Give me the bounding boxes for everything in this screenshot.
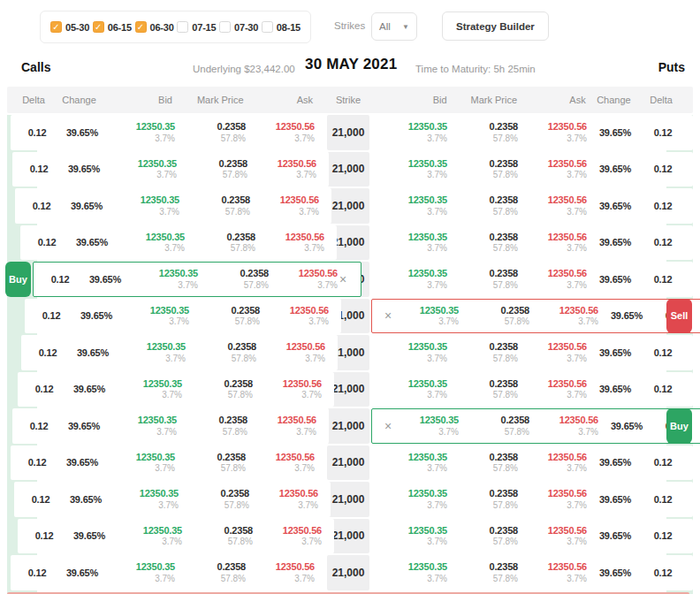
call-ask-cell[interactable]: 12350.56 3.7% — [247, 158, 316, 180]
calls-row-card[interactable]: 0.12 39.65% 12350.35 3.7% 0.2358 57.8% 1… — [11, 446, 327, 481]
call-bid-cell[interactable]: 12350.35 3.7% — [110, 121, 175, 143]
call-bid-cell[interactable]: 12350.35 3.7% — [120, 341, 186, 363]
put-bid-cell[interactable]: 12350.35 3.7% — [393, 415, 459, 437]
checkbox-checked-icon[interactable]: ✓ — [93, 21, 104, 33]
strategy-builder-button[interactable]: Strategy Builder — [442, 11, 549, 41]
put-bid-cell[interactable]: 12350.35 3.7% — [382, 158, 447, 180]
checkbox-unchecked-icon[interactable] — [219, 21, 231, 33]
call-bid-cell[interactable]: 12350.35 3.7% — [113, 488, 179, 510]
calls-row-card[interactable]: 0.12 39.65% 12350.35 3.7% 0.2358 57.8% 1… — [18, 372, 334, 407]
put-bid-cell[interactable]: 12350.35 3.7% — [382, 121, 447, 143]
expiry-checkbox-08-15[interactable]: 08-15 — [262, 21, 301, 33]
call-ask-cell[interactable]: 12350.56 3.7% — [256, 341, 325, 363]
calls-row-card[interactable]: 0.12 39.65% 12350.35 3.7% 0.2358 57.8% 1… — [11, 115, 327, 150]
put-bid-cell[interactable]: 12350.35 3.7% — [382, 561, 447, 583]
put-ask-cell[interactable]: 12350.56 3.7% — [518, 525, 587, 547]
calls-row-card[interactable]: 0.12 39.65% 12350.35 3.7% 0.2358 57.8% 1… — [14, 482, 331, 517]
call-bid-cell[interactable]: 12350.35 3.7% — [114, 194, 179, 217]
call-ask-cell[interactable]: 12350.56 3.7% — [253, 378, 322, 400]
put-bid-cell[interactable]: 12350.35 3.7% — [382, 378, 447, 400]
call-bid-cell[interactable]: 12350.35 3.7% — [110, 452, 175, 474]
call-ask-cell[interactable]: 12350.56 3.7% — [250, 194, 319, 217]
puts-row-card[interactable]: × 12350.35 3.7% 0.2358 57.8% 12350.56 3.… — [371, 262, 693, 297]
call-bid-cell[interactable]: 12350.35 3.7% — [117, 525, 182, 547]
header-puts-ask: Ask — [517, 95, 586, 105]
call-ask-cell[interactable]: 12350.56 3.7% — [253, 525, 322, 547]
put-ask-cell[interactable]: 12350.56 3.7% — [518, 452, 587, 474]
call-ask-cell[interactable]: 12350.56 3.7% — [246, 452, 315, 474]
close-icon[interactable]: × — [338, 273, 348, 286]
put-ask-cell[interactable]: 12350.56 3.7% — [518, 158, 587, 180]
calls-row-card[interactable]: 0.12 39.65% 12350.35 3.7% 0.2358 57.8% 1… — [11, 555, 327, 590]
put-ask-cell[interactable]: 12350.56 3.7% — [518, 232, 587, 254]
puts-row-card[interactable]: × 12350.35 3.7% 0.2358 57.8% 12350.56 3.… — [371, 446, 693, 481]
call-bid-cell[interactable]: 12350.35 3.7% — [111, 415, 177, 437]
puts-row-card[interactable]: × 12350.35 3.7% 0.2358 57.8% 12350.56 3.… — [371, 188, 693, 224]
checkbox-checked-icon[interactable]: ✓ — [50, 21, 62, 33]
calls-row-card[interactable]: 0.12 39.65% 12350.35 3.7% 0.2358 57.8% 1… — [12, 408, 329, 444]
put-ask-cell[interactable]: 12350.56 3.7% — [518, 378, 587, 400]
puts-row-card[interactable]: × 12350.35 3.7% 0.2358 57.8% 12350.56 3.… — [371, 115, 693, 150]
call-bid: 12350.35 — [147, 341, 186, 353]
call-ask-cell[interactable]: 12350.56 3.7% — [269, 268, 338, 290]
put-ask-cell[interactable]: 12350.56 3.7% — [529, 305, 598, 327]
calls-row-card[interactable]: 0.12 39.65% 12350.35 3.7% 0.2358 57.8% 1… — [33, 262, 361, 297]
checkbox-checked-icon[interactable]: ✓ — [135, 21, 147, 33]
call-bid-cell[interactable]: 12350.35 3.7% — [111, 158, 177, 180]
strikes-dropdown[interactable]: All ▼ — [371, 12, 417, 41]
expiry-checkbox-07-15[interactable]: 07-15 — [177, 21, 216, 33]
calls-row-card[interactable]: 0.12 39.65% 12350.35 3.7% 0.2358 57.8% 1… — [15, 188, 331, 224]
buy-call-button[interactable]: Buy — [5, 262, 31, 297]
calls-row-card[interactable]: 0.12 39.65% 12350.35 3.7% 0.2358 57.8% 1… — [18, 519, 334, 554]
puts-row-card[interactable]: × 12350.35 3.7% 0.2358 57.8% 12350.56 3.… — [371, 519, 693, 554]
puts-row-card[interactable]: × 12350.35 3.7% 0.2358 57.8% 12350.56 3.… — [371, 408, 700, 444]
calls-row-card[interactable]: 0.12 39.65% 12350.35 3.7% 0.2358 57.8% 1… — [12, 152, 329, 187]
calls-row-card[interactable]: 0.12 39.65% 12350.35 3.7% 0.2358 57.8% 1… — [25, 299, 341, 334]
call-ask-cell[interactable]: 12350.56 3.7% — [246, 561, 315, 583]
put-ask-cell[interactable]: 12350.56 3.7% — [518, 268, 587, 290]
call-bid-cell[interactable]: 12350.35 3.7% — [133, 268, 198, 290]
puts-row-card[interactable]: × 12350.35 3.7% 0.2358 57.8% 12350.56 3.… — [371, 372, 693, 407]
expiry-checkbox-06-30[interactable]: ✓06-30 — [135, 21, 174, 33]
expiry-checkbox-05-30[interactable]: ✓05-30 — [50, 21, 89, 33]
buy-put-button[interactable]: Buy — [666, 408, 692, 444]
close-icon[interactable]: × — [383, 420, 393, 432]
call-bid-cell[interactable]: 12350.35 3.7% — [110, 561, 175, 583]
put-bid-cell[interactable]: 12350.35 3.7% — [382, 452, 447, 474]
puts-row-card[interactable]: × 12350.35 3.7% 0.2358 57.8% 12350.56 3.… — [371, 225, 693, 261]
expiry-checkbox-06-15[interactable]: ✓06-15 — [93, 21, 132, 33]
put-ask-cell[interactable]: 12350.56 3.7% — [518, 121, 587, 143]
call-bid-cell[interactable]: 12350.35 3.7% — [117, 378, 182, 400]
calls-row-card[interactable]: 0.12 39.65% 12350.35 3.7% 0.2358 57.8% 1… — [21, 335, 338, 370]
put-bid-cell[interactable]: 12350.35 3.7% — [382, 194, 447, 217]
put-bid-cell[interactable]: 12350.35 3.7% — [382, 488, 447, 510]
put-bid-cell[interactable]: 12350.35 3.7% — [382, 232, 447, 254]
call-bid-cell[interactable]: 12350.35 3.7% — [124, 305, 189, 327]
call-ask-cell[interactable]: 12350.56 3.7% — [255, 232, 324, 254]
put-ask-cell[interactable]: 12350.56 3.7% — [518, 341, 587, 363]
put-ask-cell[interactable]: 12350.56 3.7% — [529, 415, 598, 437]
put-bid-cell[interactable]: 12350.35 3.7% — [382, 341, 447, 363]
put-bid-cell[interactable]: 12350.35 3.7% — [382, 525, 447, 547]
call-bid-cell[interactable]: 12350.35 3.7% — [119, 232, 185, 254]
put-ask-cell[interactable]: 12350.56 3.7% — [518, 194, 587, 217]
put-ask-cell[interactable]: 12350.56 3.7% — [518, 561, 587, 583]
checkbox-unchecked-icon[interactable] — [177, 21, 188, 33]
close-icon[interactable]: × — [383, 309, 393, 322]
call-ask-cell[interactable]: 12350.56 3.7% — [249, 488, 318, 510]
checkbox-unchecked-icon[interactable] — [262, 21, 273, 33]
puts-row-card[interactable]: × 12350.35 3.7% 0.2358 57.8% 12350.56 3.… — [371, 299, 700, 334]
put-bid-cell[interactable]: 12350.35 3.7% — [393, 305, 459, 327]
puts-row-card[interactable]: × 12350.35 3.7% 0.2358 57.8% 12350.56 3.… — [371, 482, 693, 517]
calls-row-card[interactable]: 0.12 39.65% 12350.35 3.7% 0.2358 57.8% 1… — [20, 225, 337, 261]
puts-row-card[interactable]: × 12350.35 3.7% 0.2358 57.8% 12350.56 3.… — [371, 555, 693, 590]
expiry-checkbox-07-30[interactable]: 07-30 — [219, 21, 258, 33]
call-ask-cell[interactable]: 12350.56 3.7% — [246, 121, 315, 143]
puts-row-card[interactable]: × 12350.35 3.7% 0.2358 57.8% 12350.56 3.… — [371, 152, 693, 187]
put-bid-cell[interactable]: 12350.35 3.7% — [382, 268, 447, 290]
put-ask-cell[interactable]: 12350.56 3.7% — [518, 488, 587, 510]
call-ask-cell[interactable]: 12350.56 3.7% — [260, 305, 329, 327]
puts-row-card[interactable]: × 12350.35 3.7% 0.2358 57.8% 12350.56 3.… — [371, 335, 693, 370]
sell-put-button[interactable]: Sell — [666, 299, 692, 334]
call-ask-cell[interactable]: 12350.56 3.7% — [247, 415, 316, 437]
